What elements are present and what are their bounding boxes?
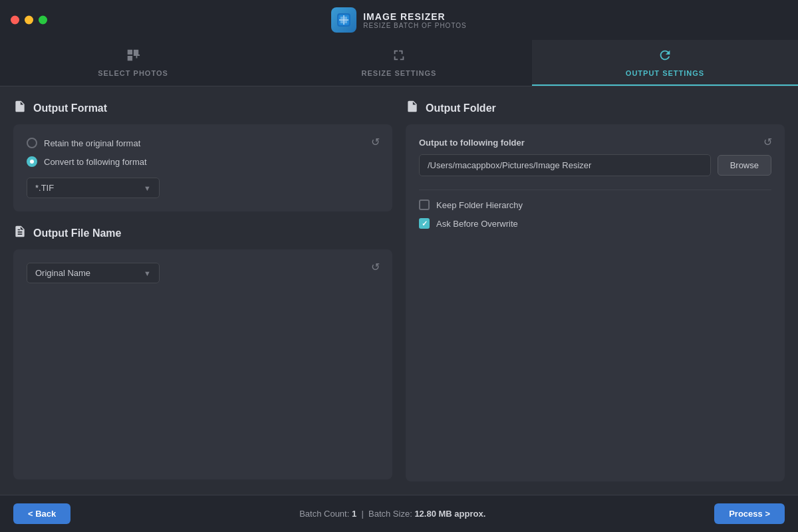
- filename-dropdown-arrow: ▼: [144, 269, 151, 277]
- select-photos-icon: [126, 48, 140, 66]
- app-subtitle: RESIZE BATCH OF PHOTOS: [363, 22, 467, 29]
- output-filename-header: Output File Name: [13, 225, 392, 241]
- filename-dropdown-value: Original Name: [35, 268, 144, 278]
- keep-folder-hierarchy-checkbox[interactable]: Keep Folder Hierarchy: [419, 200, 771, 210]
- ask-before-overwrite-box: ✓: [419, 218, 430, 229]
- convert-format-label: Convert to following format: [44, 157, 147, 167]
- bottom-bar: < Back Batch Count: 1 | Batch Size: 12.8…: [0, 495, 798, 532]
- output-format-section: Output Format ↺ Retain the original form…: [13, 100, 392, 211]
- tab-select-photos[interactable]: SELECT PHOTOS: [0, 40, 266, 86]
- output-format-box: ↺ Retain the original format Convert to …: [13, 124, 392, 211]
- divider: [419, 190, 771, 190]
- output-filename-reset-button[interactable]: ↺: [366, 257, 384, 276]
- folder-input-row: Browse: [419, 154, 771, 176]
- batch-count: 1: [352, 509, 356, 519]
- app-icon: [331, 7, 356, 33]
- tab-resize-settings[interactable]: RESIZE SETTINGS: [266, 40, 532, 86]
- process-button[interactable]: Process >: [714, 503, 785, 524]
- format-dropdown-value: *.TIF: [35, 183, 144, 193]
- tab-output-settings[interactable]: OUTPUT SETTINGS: [532, 40, 798, 86]
- browse-button[interactable]: Browse: [718, 155, 771, 176]
- output-folder-reset-button[interactable]: ↺: [758, 132, 777, 151]
- folder-path-input[interactable]: [419, 154, 711, 176]
- format-radio-group: Retain the original format Convert to fo…: [27, 138, 379, 167]
- format-dropdown[interactable]: *.TIF ▼: [27, 178, 160, 198]
- folder-label: Output to following folder: [419, 138, 771, 148]
- tab-select-photos-label: SELECT PHOTOS: [98, 69, 168, 77]
- checkmark-icon: ✓: [422, 219, 428, 228]
- close-button[interactable]: [11, 16, 19, 25]
- keep-folder-hierarchy-box: [419, 200, 430, 210]
- status-text: Batch Count: 1 | Batch Size: 12.80 MB ap…: [299, 509, 485, 519]
- convert-format-radio-circle: [27, 156, 37, 167]
- format-dropdown-arrow: ▼: [144, 184, 151, 192]
- left-panel: Output Format ↺ Retain the original form…: [13, 100, 392, 481]
- output-format-title: Output Format: [33, 102, 107, 114]
- retain-format-radio[interactable]: Retain the original format: [27, 138, 379, 148]
- resize-settings-icon: [392, 48, 406, 66]
- output-folder-box: ↺ Output to following folder Browse Keep…: [406, 124, 785, 481]
- output-settings-icon: [658, 48, 672, 66]
- output-folder-header: Output Folder: [406, 100, 785, 116]
- retain-format-label: Retain the original format: [44, 138, 140, 148]
- output-format-reset-button[interactable]: ↺: [366, 132, 384, 151]
- batch-size: 12.80 MB approx.: [414, 509, 485, 519]
- output-filename-section: Output File Name ↺ Original Name ▼: [13, 225, 392, 481]
- tab-resize-settings-label: RESIZE SETTINGS: [362, 69, 437, 77]
- nav-tabs: SELECT PHOTOS RESIZE SETTINGS OUTPUT SET…: [0, 40, 798, 86]
- convert-format-radio[interactable]: Convert to following format: [27, 156, 379, 167]
- ask-before-overwrite-label: Ask Before Overwrite: [436, 219, 518, 229]
- tab-output-settings-label: OUTPUT SETTINGS: [626, 69, 704, 77]
- app-title-text: IMAGE RESIZER RESIZE BATCH OF PHOTOS: [363, 11, 467, 29]
- output-folder-title: Output Folder: [426, 102, 496, 114]
- back-button[interactable]: < Back: [13, 503, 70, 524]
- keep-folder-hierarchy-label: Keep Folder Hierarchy: [436, 200, 523, 210]
- output-filename-title: Output File Name: [33, 227, 121, 239]
- output-format-icon: [13, 100, 27, 116]
- app-title-area: IMAGE RESIZER RESIZE BATCH OF PHOTOS: [331, 7, 467, 33]
- output-format-header: Output Format: [13, 100, 392, 116]
- fullscreen-button[interactable]: [39, 16, 47, 25]
- filename-dropdown[interactable]: Original Name ▼: [27, 263, 160, 283]
- right-panel: Output Folder ↺ Output to following fold…: [406, 100, 785, 481]
- output-folder-icon: [406, 100, 419, 116]
- output-filename-icon: [13, 225, 27, 241]
- output-filename-box: ↺ Original Name ▼: [13, 249, 392, 479]
- traffic-lights: [11, 16, 47, 25]
- ask-before-overwrite-checkbox[interactable]: ✓ Ask Before Overwrite: [419, 218, 771, 229]
- minimize-button[interactable]: [25, 16, 33, 25]
- app-name: IMAGE RESIZER: [363, 11, 467, 22]
- title-bar: IMAGE RESIZER RESIZE BATCH OF PHOTOS: [0, 0, 798, 40]
- retain-format-radio-circle: [27, 138, 37, 148]
- main-content: Output Format ↺ Retain the original form…: [0, 86, 798, 495]
